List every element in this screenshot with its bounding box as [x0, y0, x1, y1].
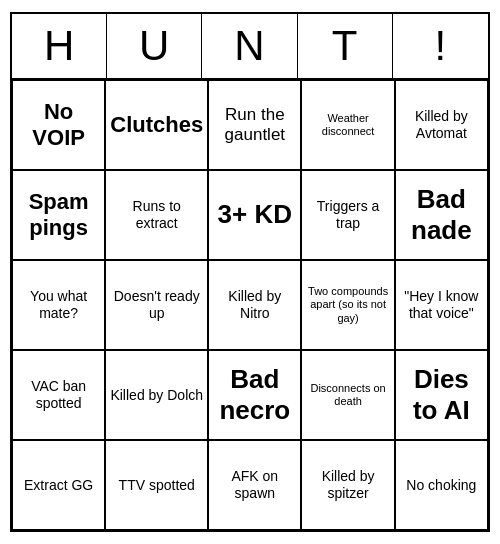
bingo-cell: Run the gauntlet: [208, 80, 301, 170]
bingo-cell: Spam pings: [12, 170, 105, 260]
bingo-cell: Killed by Dolch: [105, 350, 208, 440]
header-letter: N: [202, 14, 297, 78]
bingo-cell: VAC ban spotted: [12, 350, 105, 440]
bingo-header: HUNT!: [12, 14, 488, 80]
bingo-cell: Killed by spitzer: [301, 440, 394, 530]
bingo-card: HUNT! No VOIPClutchesRun the gauntletWea…: [10, 12, 490, 532]
bingo-cell: Clutches: [105, 80, 208, 170]
bingo-cell: Bad nade: [395, 170, 488, 260]
bingo-cell: Triggers a trap: [301, 170, 394, 260]
bingo-grid: No VOIPClutchesRun the gauntletWeather d…: [12, 80, 488, 530]
bingo-cell: Two compounds apart (so its not gay): [301, 260, 394, 350]
header-letter: T: [298, 14, 393, 78]
bingo-cell: TTV spotted: [105, 440, 208, 530]
bingo-cell: Bad necro: [208, 350, 301, 440]
bingo-cell: Disconnects on death: [301, 350, 394, 440]
bingo-cell: AFK on spawn: [208, 440, 301, 530]
bingo-cell: Weather disconnect: [301, 80, 394, 170]
bingo-cell: No VOIP: [12, 80, 105, 170]
bingo-cell: Runs to extract: [105, 170, 208, 260]
bingo-cell: Killed by Nitro: [208, 260, 301, 350]
header-letter: U: [107, 14, 202, 78]
bingo-cell: Dies to AI: [395, 350, 488, 440]
bingo-cell: 3+ KD: [208, 170, 301, 260]
header-letter: !: [393, 14, 488, 78]
header-letter: H: [12, 14, 107, 78]
bingo-cell: No choking: [395, 440, 488, 530]
bingo-cell: "Hey I know that voice": [395, 260, 488, 350]
bingo-cell: Extract GG: [12, 440, 105, 530]
bingo-cell: Killed by Avtomat: [395, 80, 488, 170]
bingo-cell: You what mate?: [12, 260, 105, 350]
bingo-cell: Doesn't ready up: [105, 260, 208, 350]
